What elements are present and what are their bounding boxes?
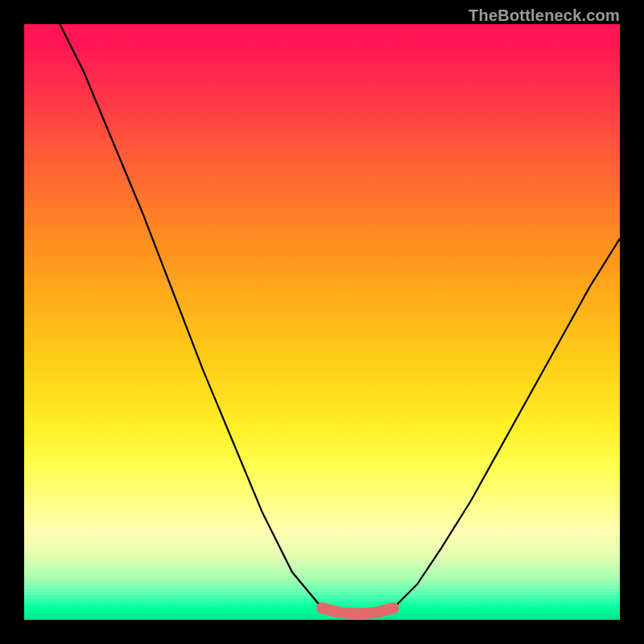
bottleneck-curve	[24, 24, 620, 620]
watermark-text: TheBottleneck.com	[469, 6, 620, 25]
bottleneck-chart: TheBottleneck.com	[24, 24, 620, 620]
